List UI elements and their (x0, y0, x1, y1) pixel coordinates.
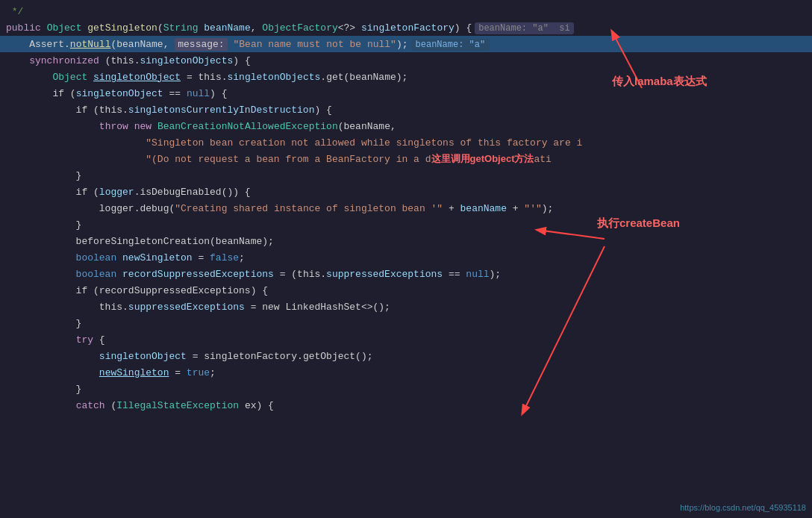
line-25-content: catch (IllegalStateException ex) { (0, 400, 812, 411)
code-line-18: if (recordSuppressedExceptions) { (0, 282, 812, 299)
line-13-content: logger.debug("Creating shared instance o… (0, 203, 812, 214)
line-6-content: if (singletonObject == null) { (0, 88, 812, 99)
line-10-content: "(Do not request a bean from a BeanFacto… (0, 152, 812, 166)
code-line-12: if (logger.isDebugEnabled()) { (0, 184, 812, 200)
code-line-17: boolean recordSuppressedExceptions = (th… (0, 266, 812, 282)
line-1-content: */ (0, 6, 812, 17)
line-3-content: Assert.notNull(beanName, message: "Bean … (0, 39, 812, 50)
code-line-24: } (0, 381, 812, 397)
line-22-content: singletonObject = singletonFactory.getOb… (0, 351, 812, 362)
code-line-10: "(Do not request a bean from a BeanFacto… (0, 151, 812, 167)
line-17-content: boolean recordSuppressedExceptions = (th… (0, 269, 812, 280)
code-line-9: "Singleton bean creation not allowed whi… (0, 134, 812, 151)
code-line-8: throw new BeanCreationNotAllowedExceptio… (0, 118, 812, 134)
line-5-content: Object singletonObject = this.singletonO… (0, 72, 812, 83)
code-container: */ public Object getSingleton(String bea… (0, 0, 812, 518)
line-7-content: if (this.singletonsCurrentlyInDestructio… (0, 104, 812, 116)
line-24-content: } (0, 384, 812, 395)
code-line-15: beforeSingletonCreation(beanName); (0, 233, 812, 249)
code-line-7: if (this.singletonsCurrentlyInDestructio… (0, 102, 812, 118)
line-11-content: } (0, 170, 812, 181)
code-line-19: this.suppressedExceptions = new LinkedHa… (0, 299, 812, 315)
code-line-16: boolean newSingleton = false; (0, 249, 812, 266)
code-line-11: } (0, 167, 812, 184)
code-line-20: } (0, 315, 812, 331)
line-15-content: beforeSingletonCreation(beanName); (0, 236, 812, 247)
code-line-23: newSingleton = true; (0, 364, 812, 381)
code-line-5: Object singletonObject = this.singletonO… (0, 69, 812, 85)
code-line-4: synchronized (this.singletonObjects) { (0, 52, 812, 69)
code-line-13: logger.debug("Creating shared instance o… (0, 200, 812, 216)
code-line-3: Assert.notNull(beanName, message: "Bean … (0, 36, 812, 52)
line-12-content: if (logger.isDebugEnabled()) { (0, 187, 812, 198)
line-19-content: this.suppressedExceptions = new LinkedHa… (0, 302, 812, 313)
code-line-14: } (0, 216, 812, 233)
code-line-21: try { (0, 331, 812, 348)
line-2-content: public Object getSingleton(String beanNa… (0, 22, 812, 34)
line-20-content: } (0, 318, 812, 329)
line-8-content: throw new BeanCreationNotAllowedExceptio… (0, 121, 812, 132)
code-line-6: if (singletonObject == null) { (0, 85, 812, 102)
line-18-content: if (recordSuppressedExceptions) { (0, 285, 812, 296)
code-line-22: singletonObject = singletonFactory.getOb… (0, 348, 812, 364)
code-line-1: */ (0, 3, 812, 19)
line-23-content: newSingleton = true; (0, 367, 812, 378)
line-9-content: "Singleton bean creation not allowed whi… (0, 137, 812, 149)
watermark: https://blog.csdn.net/qq_45935118 (680, 503, 806, 512)
line-14-content: } (0, 219, 812, 231)
line-16-content: boolean newSingleton = false; (0, 252, 812, 263)
line-21-content: try { (0, 334, 812, 346)
code-line-25: catch (IllegalStateException ex) { (0, 397, 812, 414)
line-4-content: synchronized (this.singletonObjects) { (0, 55, 812, 66)
code-line-2: public Object getSingleton(String beanNa… (0, 19, 812, 36)
